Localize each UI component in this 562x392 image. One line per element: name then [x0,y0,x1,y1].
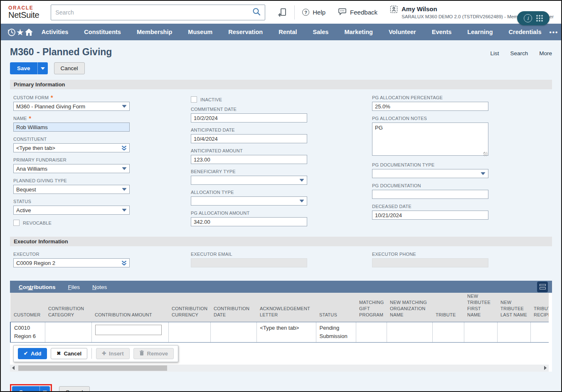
tab-notes[interactable]: Notes [86,284,113,290]
nav-item-volunteer[interactable]: Volunteer [381,29,424,35]
col-contribution-currency: CONTRIBUTION CURRENCY [168,293,210,322]
allocation-type-select[interactable] [191,196,307,206]
nav-item-activities[interactable]: Activities [34,29,76,35]
quick-create-icon[interactable] [278,8,287,17]
cell-acknowledgement-letter[interactable]: <Type then tab> [256,322,316,342]
nav-item-learning[interactable]: Learning [459,29,500,35]
commitment-date-input[interactable]: 10/2/2024 [191,113,307,122]
recent-records-icon[interactable] [7,24,16,40]
constituent-field: CONSTITUENT <Type then tab> [13,137,130,152]
constituent-input[interactable]: <Type then tab> [13,143,130,152]
col-contribution-date: CONTRIBUTION DATE [210,293,256,322]
pg-allocation-amount-input[interactable]: 342.00 [191,217,307,226]
executor-input[interactable]: C0009 Region 2 [13,258,130,267]
pg-allocation-notes-textarea[interactable]: PG [372,122,488,156]
cell-tribute[interactable] [432,322,464,342]
scroll-right-arrow[interactable] [542,366,549,370]
commitment-date-field: COMMITMENT DATE 10/2/2024 [191,107,307,122]
global-search[interactable] [51,5,265,20]
cell-new-tributee-first-name[interactable] [464,322,497,342]
insert-line-button[interactable]: ✚Insert [96,348,129,359]
cell-new-tributee-last-name[interactable] [497,322,530,342]
cancel-button-top[interactable]: Cancel [54,62,85,74]
pg-documentation-type-label: PG DOCUMENTATION TYPE [372,162,434,167]
nav-item-constituents[interactable]: Constituents [76,29,129,35]
save-button-top[interactable]: Save [10,62,37,74]
nav-item-membership[interactable]: Membership [129,29,180,35]
shortcuts-star-icon[interactable]: ★ [16,24,24,40]
deceased-date-input[interactable]: 10/21/2024 [372,211,488,220]
pg-allocation-amount-field: PG ALLOCATION AMOUNT 342.00 [191,211,307,226]
col-status: STATUS [316,293,356,322]
deceased-date-label: DECEASED DATE [372,204,412,209]
apps-grid-icon[interactable] [536,15,543,22]
scroll-left-arrow[interactable] [10,366,17,370]
nav-more-menu[interactable]: ••• [550,29,562,36]
cell-matching-gift-program[interactable] [356,322,387,342]
pg-documentation-input[interactable] [372,190,488,199]
cancel-button-bottom[interactable]: Cancel [59,386,90,392]
home-icon[interactable] [24,24,34,40]
save-dropdown-arrow-bottom[interactable] [39,386,50,392]
anticipated-date-input[interactable]: 10/4/2024 [191,134,307,143]
pg-allocation-percentage-input[interactable]: 25.0% [372,102,488,111]
title-link-more[interactable]: More [539,50,552,56]
feedback-menu[interactable]: Feedback [338,8,377,17]
cell-contribution-category[interactable] [45,322,91,342]
executor-information-header: Executor Information [10,237,552,246]
nav-item-credentials[interactable]: Credentials [501,29,550,35]
nav-item-reservation[interactable]: Reservation [220,29,271,35]
scrollbar-thumb[interactable] [18,365,167,371]
primary-information-form: CUSTOM FORM* M360 - Planned Giving Form … [10,95,552,231]
save-dropdown-arrow-top[interactable] [37,62,48,74]
nav-item-museum[interactable]: Museum [180,29,220,35]
assistant-overlay-pill[interactable]: i [517,11,550,25]
nav-item-events[interactable]: Events [424,29,460,35]
beneficiary-type-select[interactable] [191,176,307,185]
anticipated-date-label: ANTICIPATED DATE [191,127,235,132]
pg-documentation-type-select[interactable] [372,169,488,178]
name-input[interactable]: Rob Williams [13,122,130,132]
add-line-button[interactable]: ✔Add [18,348,47,359]
help-menu[interactable]: ? Help [302,9,325,16]
resize-handle[interactable] [483,152,488,156]
save-split-button-top[interactable]: Save [10,62,48,74]
cell-new-matching-organization-name[interactable] [387,322,432,342]
revocable-checkbox[interactable] [13,220,20,226]
cell-customer[interactable]: C0010 Region 6 [10,322,45,342]
save-split-button-bottom[interactable]: Save [12,386,50,392]
remove-line-button[interactable]: Remove [133,348,174,359]
x-icon: ✖ [57,350,61,356]
cell-contribution-date[interactable] [210,322,256,342]
save-button-bottom[interactable]: Save [12,386,39,392]
tab-files[interactable]: Files [62,284,86,290]
status-field: STATUS Active [13,199,130,215]
custom-form-select[interactable]: M360 - Planned Giving Form [13,102,130,111]
tab-contributions[interactable]: Contributions [15,284,62,290]
name-label: NAME [13,116,27,121]
contribution-amount-input[interactable] [95,325,162,335]
primary-fundraiser-select[interactable]: Ana Williams [13,164,130,173]
list-rows-icon[interactable] [537,282,548,292]
title-link-list[interactable]: List [490,50,499,56]
planned-giving-type-select[interactable]: Bequest [13,185,130,194]
info-icon[interactable]: i [524,14,532,22]
anticipated-amount-input[interactable]: 123.00 [191,155,307,164]
scrollbar-track[interactable] [17,365,542,371]
cell-contribution-amount[interactable] [91,322,168,342]
nav-item-rental[interactable]: Rental [271,29,305,35]
cell-status[interactable]: Pending Submission [316,322,356,342]
title-link-search[interactable]: Search [510,50,528,56]
inactive-checkbox[interactable] [191,96,197,103]
status-select[interactable]: Active [13,206,130,215]
cell-contribution-currency[interactable] [168,322,210,342]
cancel-line-button[interactable]: ✖Cancel [51,348,87,359]
search-icon[interactable] [252,7,261,17]
horizontal-scrollbar[interactable] [10,365,549,372]
pg-allocation-notes-label: PG ALLOCATION NOTES [372,116,427,121]
nav-item-sales[interactable]: Sales [305,29,337,35]
search-input[interactable] [55,9,252,16]
page-content: M360 - Planned Giving ListSearchMore Sav… [1,40,561,392]
nav-item-marketing[interactable]: Marketing [336,29,381,35]
cell-tribute-recipient-email[interactable] [530,322,549,342]
